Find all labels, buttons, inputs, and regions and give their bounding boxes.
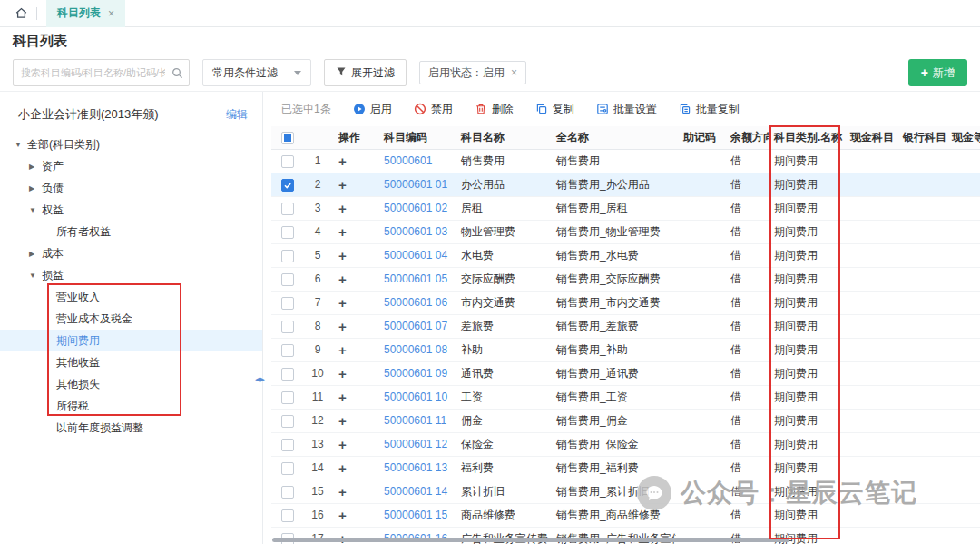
account-code-link[interactable]: 50000601 02 [377, 197, 454, 220]
row-checkbox[interactable] [281, 415, 294, 428]
add-child-button[interactable]: + [338, 460, 347, 476]
tree-expanded-icon[interactable]: ▼ [29, 206, 42, 214]
add-child-button[interactable]: + [338, 224, 347, 240]
row-checkbox[interactable] [281, 273, 294, 286]
row-checkbox[interactable] [281, 155, 294, 168]
account-code-link[interactable]: 50000601 15 [377, 504, 454, 527]
home-icon[interactable] [11, 4, 31, 24]
account-code-link[interactable]: 50000601 10 [377, 386, 454, 409]
add-child-button[interactable]: + [338, 342, 347, 358]
header-checkbox[interactable] [281, 132, 294, 144]
tree-item[interactable]: ▼权益 [0, 199, 262, 221]
account-code-link[interactable]: 50000601 11 [377, 410, 454, 432]
table-row[interactable]: 5+50000601 04水电费销售费用_水电费借期间费用 [271, 244, 980, 268]
action-button-disable[interactable]: 禁用 [414, 102, 453, 117]
tree-item[interactable]: ▶成本 [0, 242, 262, 264]
tree-collapsed-icon[interactable]: ▶ [29, 163, 42, 171]
tree-collapsed-icon[interactable]: ▶ [29, 250, 42, 258]
account-code-link[interactable]: 50000601 08 [377, 339, 454, 361]
tree-item[interactable]: ▼损益 [0, 264, 262, 286]
action-button-batch-set[interactable]: 批量设置 [596, 102, 657, 117]
edit-link[interactable]: 编辑 [226, 107, 248, 123]
expand-filter-button[interactable]: 展开过滤 [324, 59, 407, 86]
close-icon[interactable]: × [108, 8, 114, 19]
account-code-link[interactable]: 50000601 12 [377, 433, 454, 456]
tree-item[interactable]: ▶负债 [0, 177, 262, 199]
row-checkbox[interactable] [281, 226, 294, 239]
row-checkbox[interactable] [281, 321, 294, 333]
table-row[interactable]: 4+50000601 03物业管理费销售费用_物业管理费借期间费用 [271, 221, 980, 244]
add-child-button[interactable]: + [338, 201, 347, 216]
add-child-button[interactable]: + [338, 272, 347, 287]
tree-item[interactable]: 营业收入 [0, 286, 262, 308]
account-code-link[interactable]: 50000601 06 [377, 292, 454, 314]
account-code-link[interactable]: 50000601 07 [377, 315, 454, 338]
add-child-button[interactable]: + [338, 248, 347, 263]
add-child-button[interactable]: + [338, 295, 347, 311]
action-button-copy[interactable]: 复制 [535, 102, 574, 117]
add-child-button[interactable]: + [338, 437, 347, 452]
row-checkbox[interactable] [281, 344, 294, 357]
table-row[interactable]: 2+50000601 01办公用品销售费用_办公用品借期间费用 [271, 173, 980, 197]
action-button-batch-copy[interactable]: 批量复制 [679, 102, 740, 117]
add-child-button[interactable]: + [338, 319, 347, 334]
row-checkbox[interactable] [281, 509, 294, 522]
tree-expanded-icon[interactable]: ▼ [15, 141, 27, 149]
table-row[interactable]: 16+50000601 15商品维修费销售费用_商品维修费借期间费用 [271, 504, 980, 528]
tag-close-icon[interactable]: × [511, 67, 517, 78]
table-row[interactable]: 8+50000601 07差旅费销售费用_差旅费借期间费用 [271, 315, 980, 339]
panel-collapse-handle[interactable]: ◀▶ [255, 376, 265, 383]
search-input[interactable] [13, 59, 190, 86]
row-checkbox[interactable] [281, 203, 294, 215]
add-button[interactable]: + 新增 [908, 59, 967, 86]
account-code-link[interactable]: 50000601 01 [377, 173, 454, 196]
row-checkbox[interactable] [281, 486, 294, 499]
add-child-button[interactable]: + [338, 484, 347, 499]
row-checkbox[interactable] [281, 179, 294, 192]
tree-item[interactable]: 其他收益 [0, 351, 262, 373]
account-code-link[interactable]: 50000601 [377, 150, 454, 173]
add-child-button[interactable]: + [338, 390, 347, 405]
row-checkbox[interactable] [281, 462, 294, 475]
add-child-button[interactable]: + [338, 413, 347, 429]
table-row[interactable]: 1+50000601销售费用销售费用借期间费用 [271, 150, 980, 173]
table-row[interactable]: 15+50000601 14累计折旧销售费用_累计折旧借期间费用 [271, 480, 980, 504]
tree-item[interactable]: 期间费用 [0, 330, 262, 351]
common-filter-select[interactable]: 常用条件过滤 [202, 59, 311, 86]
add-child-button[interactable]: + [338, 177, 347, 193]
tree-item[interactable]: 其他损失 [0, 373, 262, 395]
table-row[interactable]: 3+50000601 02房租销售费用_房租借期间费用 [271, 197, 980, 221]
account-code-link[interactable]: 50000601 03 [377, 221, 454, 243]
account-code-link[interactable]: 50000601 04 [377, 244, 454, 267]
row-checkbox[interactable] [281, 297, 294, 310]
tree-item[interactable]: 以前年度损益调整 [0, 417, 262, 439]
table-row[interactable]: 12+50000601 11佣金销售费用_佣金借期间费用 [271, 410, 980, 433]
table-row[interactable]: 13+50000601 12保险金销售费用_保险金借期间费用 [271, 433, 980, 457]
tab-subject-list[interactable]: 科目列表 × [46, 0, 125, 27]
account-code-link[interactable]: 50000601 05 [377, 268, 454, 291]
table-row[interactable]: 6+50000601 05交际应酬费销售费用_交际应酬费借期间费用 [271, 268, 980, 292]
action-button-delete[interactable]: 删除 [475, 102, 514, 117]
add-child-button[interactable]: + [338, 153, 347, 169]
row-checkbox[interactable] [281, 439, 294, 451]
table-row[interactable]: 7+50000601 06市内交通费销售费用_市内交通费借期间费用 [271, 292, 980, 315]
action-button-enable[interactable]: 启用 [353, 102, 392, 117]
account-code-link[interactable]: 50000601 14 [377, 480, 454, 503]
search-icon[interactable] [172, 66, 183, 83]
account-code-link[interactable]: 50000601 13 [377, 457, 454, 480]
tree-item[interactable]: 营业成本及税金 [0, 308, 262, 330]
tree-collapsed-icon[interactable]: ▶ [29, 184, 42, 193]
row-checkbox[interactable] [281, 391, 294, 404]
tree-expanded-icon[interactable]: ▼ [29, 272, 42, 280]
row-checkbox[interactable] [281, 368, 294, 381]
add-child-button[interactable]: + [338, 366, 347, 381]
row-checkbox[interactable] [281, 250, 294, 262]
tree-item[interactable]: ▶资产 [0, 155, 262, 177]
add-child-button[interactable]: + [338, 508, 347, 523]
horizontal-scrollbar-thumb[interactable] [272, 538, 789, 542]
tree-item[interactable]: 所得税 [0, 395, 262, 417]
table-row[interactable]: 9+50000601 08补助销售费用_补助借期间费用 [271, 339, 980, 362]
account-code-link[interactable]: 50000601 09 [377, 362, 454, 385]
tree-item[interactable]: ▼全部(科目类别) [0, 134, 262, 155]
table-row[interactable]: 10+50000601 09通讯费销售费用_通讯费借期间费用 [271, 362, 980, 386]
